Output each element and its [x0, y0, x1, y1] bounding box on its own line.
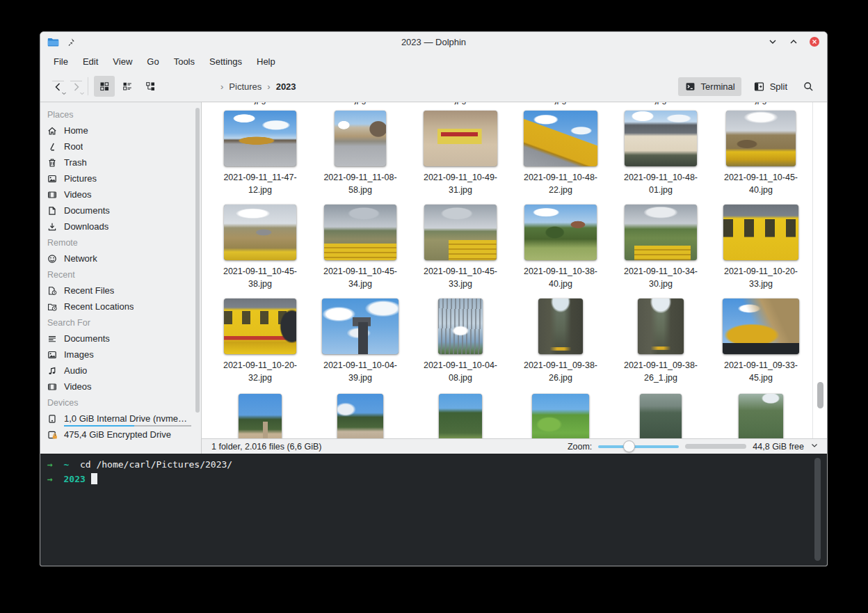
file-thumbnail	[625, 111, 697, 166]
compact-view-button[interactable]	[117, 76, 138, 97]
file-item[interactable]: 2021-09-11_10-20-33.jpg	[711, 205, 811, 290]
sidebar-item-pictures[interactable]: Pictures	[40, 170, 201, 186]
sidebar-item-images[interactable]: Images	[40, 347, 201, 363]
file-item[interactable]: 2021-09-11_10-38-40.jpg	[511, 205, 611, 290]
file-item[interactable]: 2021-09-11_10-20-32.jpg	[210, 298, 310, 384]
menu-help[interactable]: Help	[250, 54, 282, 69]
sidebar-section-places: Places	[40, 106, 201, 122]
sidebar-item-audio[interactable]: Audio	[40, 363, 201, 379]
file-item[interactable]	[210, 394, 310, 438]
breadcrumb-separator: ›	[216, 81, 228, 92]
menu-go[interactable]: Go	[140, 54, 165, 69]
terminal-button-label: Terminal	[701, 81, 735, 92]
file-thumbnail	[625, 205, 697, 260]
sidebar-item-videos[interactable]: Videos	[40, 186, 201, 202]
sidebar-item-documents[interactable]: Documents	[40, 331, 201, 347]
sidebar-item-recent-locations[interactable]: Recent Locations	[40, 298, 201, 315]
terminal-scrollbar[interactable]	[814, 458, 821, 561]
recent-file-icon	[47, 285, 58, 296]
sidebar-item-label: Recent Locations	[64, 301, 134, 312]
chevron-down-icon[interactable]	[810, 441, 819, 452]
sidebar-item-root[interactable]: Root	[40, 138, 201, 154]
file-item[interactable]: 2021-09-11_10-45-33.jpg	[410, 205, 511, 290]
sidebar-item-label: 475,4 GiB Encrypted Drive	[64, 429, 171, 440]
file-item[interactable]: 2021-09-11_11-47-12.jpg	[210, 111, 310, 196]
menu-file[interactable]: File	[47, 54, 74, 69]
file-item[interactable]: 2021-09-11_10-04-08.jpg	[410, 298, 511, 384]
file-item[interactable]: 2021-09-11_09-38-26.jpg	[511, 298, 611, 384]
sidebar-item-downloads[interactable]: Downloads	[40, 218, 201, 234]
file-thumbnail	[438, 298, 483, 354]
statusbar: 1 folder, 2.016 files (6,6 GiB) Zoom: 44…	[202, 438, 827, 454]
titlebar[interactable]: 2023 — Dolphin	[40, 32, 827, 52]
dolphin-window: 2023 — Dolphin FileEditViewGoToolsSettin…	[40, 31, 828, 566]
sidebar-item-label: Trash	[64, 157, 87, 168]
split-button-label: Split	[770, 81, 787, 92]
home-icon	[47, 125, 58, 136]
terminal-icon	[684, 81, 696, 93]
fileview-scrollbar[interactable]	[812, 102, 827, 438]
drive-icon	[47, 413, 58, 424]
file-thumbnail	[324, 205, 396, 260]
file-item[interactable]: 2021-09-11_10-49-31.jpg	[410, 111, 511, 196]
back-button[interactable]	[49, 76, 67, 97]
file-item[interactable]: 2021-09-11_09-38-26_1.jpg	[611, 298, 711, 384]
sidebar-item-label: Recent Files	[64, 285, 114, 296]
file-item[interactable]	[310, 394, 410, 438]
sidebar-item-trash[interactable]: Trash	[40, 154, 201, 170]
details-view-button[interactable]	[140, 76, 161, 97]
breadcrumb-item-2023[interactable]: 2023	[275, 80, 297, 93]
file-thumbnail	[723, 298, 799, 354]
file-item[interactable]	[711, 394, 811, 438]
menubar: FileEditViewGoToolsSettingsHelp	[40, 52, 827, 71]
sidebar-item-475-4-gib-encrypted-drive[interactable]: 475,4 GiB Encrypted Drive	[40, 427, 201, 443]
minimize-button[interactable]	[766, 35, 780, 49]
icons-view-button[interactable]	[94, 76, 115, 97]
close-button[interactable]	[807, 35, 821, 49]
file-item[interactable]: 2021-09-11_10-04-39.jpg	[310, 298, 410, 384]
sidebar-item-videos[interactable]: Videos	[40, 379, 201, 395]
file-item[interactable]: 2021-09-11_10-45-34.jpg	[310, 205, 410, 290]
file-thumbnail	[532, 394, 589, 438]
sidebar-item-label: Root	[64, 141, 83, 152]
file-item[interactable]: 2021-09-11_10-34-30.jpg	[611, 205, 711, 290]
forward-button[interactable]	[67, 76, 85, 97]
file-item[interactable]: 2021-09-11_10-48-22.jpg	[511, 111, 611, 196]
file-thumbnail	[524, 111, 597, 166]
file-name-partial: jpg	[210, 102, 310, 104]
sidebar-item-label: Network	[64, 253, 97, 264]
sidebar-item-recent-files[interactable]: Recent Files	[40, 282, 201, 298]
sidebar-item-label: Audio	[64, 365, 87, 376]
split-view-button[interactable]: Split	[747, 77, 794, 96]
file-thumbnail	[524, 205, 597, 260]
terminal-toggle-button[interactable]: Terminal	[678, 77, 741, 96]
file-name: 2021-09-11_09-33-45.jpg	[724, 359, 798, 384]
terminal-panel[interactable]: → ~ cd /home/carl/Pictures/2023/→ 2023	[40, 454, 827, 566]
file-item[interactable]: 2021-09-11_10-48-01.jpg	[611, 111, 711, 196]
sidebar-section-search-for: Search For	[40, 315, 201, 331]
file-item[interactable]: 2021-09-11_11-08-58.jpg	[310, 111, 410, 196]
file-view[interactable]: jpgjpgjpgjpgjpgjpg2021-09-11_11-47-12.jp…	[202, 102, 827, 438]
fileview-scrollbar-handle[interactable]	[817, 382, 823, 408]
folder-icon	[47, 35, 60, 49]
sidebar-item-1-0-gib-internal-drive-nvme[interactable]: 1,0 GiB Internal Drive (nvme…	[40, 411, 201, 427]
menu-edit[interactable]: Edit	[77, 54, 104, 69]
zoom-slider-handle[interactable]	[623, 440, 635, 452]
search-button[interactable]	[798, 76, 819, 97]
file-item[interactable]	[410, 394, 511, 438]
maximize-button[interactable]	[787, 35, 801, 49]
menu-view[interactable]: View	[106, 54, 138, 69]
sidebar-item-documents[interactable]: Documents	[40, 202, 201, 218]
breadcrumb-item-pictures[interactable]: Pictures	[228, 80, 262, 93]
zoom-slider[interactable]	[598, 445, 679, 448]
menu-settings[interactable]: Settings	[203, 54, 248, 69]
file-item[interactable]: 2021-09-11_10-45-40.jpg	[711, 111, 811, 196]
file-item[interactable]: 2021-09-11_10-45-38.jpg	[210, 205, 310, 290]
file-item[interactable]	[611, 394, 711, 438]
sidebar-item-home[interactable]: Home	[40, 122, 201, 138]
menu-tools[interactable]: Tools	[168, 54, 201, 69]
image-icon	[47, 173, 58, 184]
file-item[interactable]	[511, 394, 611, 438]
sidebar-item-network[interactable]: Network	[40, 250, 201, 266]
file-item[interactable]: 2021-09-11_09-33-45.jpg	[711, 298, 811, 384]
